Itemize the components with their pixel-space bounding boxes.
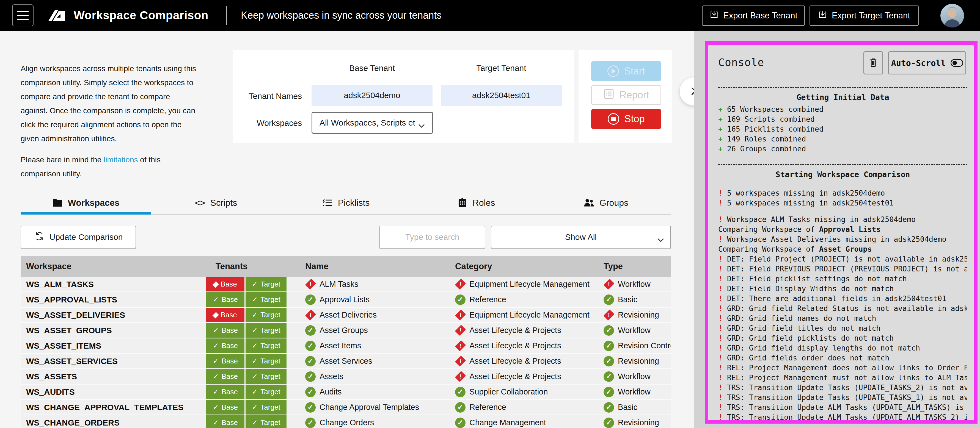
start-button[interactable]: Start (591, 61, 661, 81)
active-tab-indicator (21, 212, 151, 214)
status-error-icon: ! (455, 309, 466, 321)
play-icon (608, 65, 619, 77)
tab-scripts[interactable]: <> Scripts (151, 193, 281, 212)
table-row[interactable]: WS_AUDITS✓Base✓Target✓Audits✓Supplier Co… (21, 385, 671, 400)
tenant-form-card: Base Tenant Target Tenant Tenant Names a… (233, 50, 574, 143)
report-button[interactable]: Report (591, 85, 661, 105)
check-icon: ✓ (251, 403, 258, 412)
target-tenant-badge[interactable]: ✓Target (245, 385, 286, 399)
console-log[interactable]: Getting Initial Data+ 65 Workspaces comb… (718, 83, 967, 420)
target-tenant-badge[interactable]: ✓Target (245, 338, 286, 353)
table-row[interactable]: WS_ASSET_GROUPS✓Base✓Target✓Asset Groups… (21, 323, 671, 338)
base-tenant-badge[interactable]: ✓Base (206, 400, 245, 415)
alert-diamond-icon (214, 280, 218, 289)
type-cell: ✓Workflow (604, 369, 671, 384)
user-avatar[interactable] (940, 4, 964, 27)
status-ok-icon: ✓ (604, 402, 614, 413)
base-tenant-badge[interactable]: Base (206, 277, 245, 292)
column-header-category: Category (455, 256, 492, 277)
workspaces-select[interactable]: All Workspaces, Scripts et (312, 112, 433, 134)
export-base-tenant-button[interactable]: Export Base Tenant (702, 5, 805, 26)
base-tenant-badge[interactable]: ✓Base (206, 415, 245, 428)
report-list-icon (603, 89, 614, 102)
console-collapse-button[interactable] (680, 78, 694, 106)
console-log-line: ! DET: Field Project (PROJECT) is not av… (718, 254, 967, 264)
chevron-right-icon (691, 87, 694, 97)
workspace-comparison-app: Workspace Comparison Keep workspaces in … (0, 0, 980, 428)
type-cell: !Workflow (604, 277, 671, 292)
console-log-line: + 26 Groups combined (718, 144, 967, 154)
toggle-icon (951, 59, 963, 67)
plus-marker: + (718, 135, 722, 143)
target-tenant-badge[interactable]: ✓Target (245, 277, 286, 292)
alert-diamond-icon (214, 311, 218, 319)
status-ok-icon: ✓ (305, 356, 316, 366)
table-row[interactable]: WS_APPROVAL_LISTS✓Base✓Target✓Approval L… (21, 292, 671, 308)
filter-select[interactable]: Show All (491, 226, 671, 248)
warning-marker: ! (718, 274, 722, 283)
tab-roles[interactable]: Roles (411, 193, 541, 212)
table-row[interactable]: WS_ASSET_SERVICES✓Base✓Target✓Asset Serv… (21, 354, 671, 369)
update-comparison-button[interactable]: Update Comparison (21, 226, 136, 248)
name-cell: ✓Change Approval Templates (305, 400, 454, 415)
table-row[interactable]: WS_ASSETS✓Base✓Target✓Assets!Asset Lifec… (21, 369, 671, 385)
status-error-icon: ! (305, 309, 316, 321)
console-log-line: ! Workspace ALM Tasks missing in adsk250… (718, 214, 967, 224)
target-tenant-badge[interactable]: ✓Target (245, 415, 286, 428)
target-tenant-badge[interactable]: ✓Target (245, 292, 286, 307)
tab-groups[interactable]: Groups (541, 193, 671, 212)
download-icon (710, 10, 719, 21)
plus-marker: + (718, 105, 722, 113)
search-input[interactable] (380, 227, 485, 248)
target-tenant-badge[interactable]: ✓Target (245, 400, 286, 415)
warning-marker: ! (718, 373, 722, 382)
base-tenant-badge[interactable]: ✓Base (206, 292, 245, 307)
base-tenant-badge[interactable]: Base (206, 308, 245, 322)
workspace-name-bold: Approval Lists (819, 225, 880, 233)
people-icon (584, 197, 595, 208)
warning-marker: ! (718, 294, 722, 303)
tab-workspaces[interactable]: Workspaces (21, 193, 151, 212)
check-icon: ✓ (251, 372, 258, 381)
autoscroll-toggle-button[interactable]: Auto-Scroll (888, 51, 966, 75)
target-tenant-badge[interactable]: ✓Target (245, 308, 286, 322)
intro-paragraph-2: Please bare in mind the limitations of t… (21, 153, 198, 181)
status-error-icon: ! (604, 278, 614, 290)
target-tenant-badge[interactable]: ✓Target (245, 354, 286, 368)
base-tenant-badge[interactable]: ✓Base (206, 369, 245, 384)
table-row[interactable]: WS_ASSET_ITEMS✓Base✓Target✓Asset Items!A… (21, 338, 671, 354)
clear-console-button[interactable] (864, 51, 883, 75)
table-row[interactable]: WS_CHANGE_ORDERS✓Base✓Target✓Change Orde… (21, 415, 671, 428)
status-ok-icon: ✓ (455, 402, 466, 413)
warning-marker: ! (718, 304, 722, 312)
column-header-type: Type (604, 256, 623, 277)
type-cell: ✓Revision Contro (604, 338, 671, 353)
table-row[interactable]: WS_ASSET_DELIVERIESBase✓Target!Asset Del… (21, 308, 671, 323)
check-icon: ✓ (213, 418, 219, 427)
limitations-link[interactable]: limitations (103, 155, 138, 164)
hamburger-menu-button[interactable] (12, 5, 33, 26)
base-tenant-badge[interactable]: ✓Base (206, 323, 245, 338)
base-tenant-badge[interactable]: ✓Base (206, 385, 245, 399)
console-log-line: ! 5 workspaces missing in adsk2504demo (718, 188, 967, 198)
workspace-name-bold: Asset Groups (819, 245, 872, 253)
check-icon: ✓ (251, 357, 258, 365)
base-tenant-badge[interactable]: ✓Base (206, 338, 245, 353)
export-target-tenant-button[interactable]: Export Target Tenant (810, 5, 919, 26)
workspace-name: WS_ASSET_SERVICES (26, 354, 118, 368)
console-spacer (718, 208, 967, 214)
run-actions-card: Start Report Stop (579, 50, 672, 143)
base-tenant-badge[interactable]: ✓Base (206, 354, 245, 368)
console-log-line: ! DET: There are additional fields in ad… (718, 294, 967, 304)
tab-picklists[interactable]: Picklists (281, 193, 411, 212)
search-field (379, 226, 485, 248)
stop-button[interactable]: Stop (591, 109, 661, 129)
target-tenant-badge[interactable]: ✓Target (245, 369, 286, 384)
table-row[interactable]: WS_ALM_TASKSBase✓Target!ALM Tasks!Equipm… (21, 277, 671, 292)
category-cell: !Asset Lifecycle & Projects (455, 354, 602, 368)
status-ok-icon: ✓ (604, 356, 614, 366)
base-tenant-value[interactable]: adsk2504demo (312, 85, 433, 106)
target-tenant-value[interactable]: adsk2504test01 (441, 85, 562, 106)
target-tenant-badge[interactable]: ✓Target (245, 323, 286, 338)
table-row[interactable]: WS_CHANGE_APPROVAL_TEMPLATES✓Base✓Target… (21, 400, 671, 415)
